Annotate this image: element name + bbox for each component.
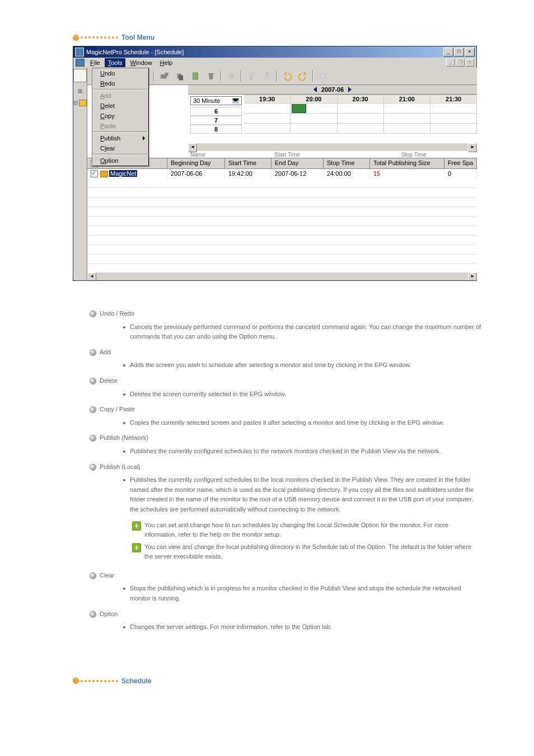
list-scrollbar[interactable]: ◄ ► (87, 273, 477, 280)
menu-file[interactable]: File (87, 58, 104, 67)
toolbar-copy-icon[interactable] (172, 69, 187, 83)
mdi-close-button[interactable]: × (465, 59, 474, 67)
row-stop: 24:00:00 (324, 169, 370, 179)
row-end: 2007-06-12 (271, 169, 324, 179)
epg-row-8[interactable]: 8 (190, 125, 242, 134)
left-sidebar: ⊞ ⊟ (73, 68, 87, 280)
epg-cell[interactable] (291, 114, 337, 124)
menu-clear[interactable]: Clear (92, 143, 148, 153)
text-delete: Deletes the screen currently selected in… (123, 389, 481, 400)
menu-help[interactable]: Help (157, 58, 176, 67)
epg-cell[interactable] (384, 104, 430, 114)
scroll-right-icon[interactable]: ► (468, 273, 477, 280)
text-undo: Cancels the previously performed command… (123, 322, 481, 342)
epg-date-nav: 2007-06 (188, 85, 477, 95)
sidebar-icon-1[interactable] (73, 69, 87, 82)
epg-footer-labels: Name Start Time Stop Time (188, 152, 477, 158)
tree-node-root[interactable]: ⊞ (78, 88, 82, 94)
epg-cell[interactable] (244, 114, 291, 124)
menu-delete[interactable]: Delet (92, 101, 148, 111)
menu-option[interactable]: Option (92, 156, 148, 166)
menu-undo[interactable]: Undo (92, 68, 148, 78)
epg-clip[interactable] (292, 104, 306, 113)
titlebar[interactable]: MagicNetPro Schedule - [Schedule] _ □ × (73, 46, 476, 58)
epg-next-icon[interactable] (348, 87, 352, 92)
tree-node-child[interactable]: ⊟ (73, 100, 87, 106)
dropdown-arrow-icon (232, 98, 239, 104)
menu-redo[interactable]: Redo (92, 78, 148, 88)
text-option: Changes the server settings. For more in… (123, 622, 481, 632)
doc-content: Undo / Redo Cancels the previously perfo… (90, 309, 481, 632)
bullet-icon (90, 311, 96, 317)
table-row[interactable]: MagicNet 2007-06-06 19:42:00 2007-06-12 … (87, 169, 477, 179)
svg-rect-9 (249, 73, 255, 77)
epg-cell[interactable] (338, 114, 384, 124)
menu-window[interactable]: Window (127, 58, 155, 67)
scroll-left-icon[interactable]: ◄ (188, 143, 197, 152)
col-end[interactable]: End Day (271, 158, 324, 168)
row-begin: 2007-06-06 (167, 169, 225, 179)
epg-row-7[interactable]: 7 (190, 116, 242, 125)
epg-prev-icon[interactable] (313, 87, 317, 92)
menu-paste[interactable]: Paste (92, 121, 148, 131)
epg-date-label: 2007-06 (321, 86, 344, 93)
epg-scrollbar[interactable]: ◄ ► (188, 143, 477, 151)
epg-cell[interactable] (430, 104, 477, 114)
col-start[interactable]: Start Time (225, 158, 271, 168)
mdi-icon[interactable] (76, 59, 85, 67)
toolbar-info-icon[interactable]: i (316, 69, 330, 83)
epg-cell[interactable] (338, 124, 384, 134)
maximize-button[interactable]: □ (454, 48, 464, 57)
toolbar-net-up-icon[interactable] (260, 69, 274, 83)
bullet-icon (90, 349, 96, 356)
toolbar-undo-icon[interactable] (280, 69, 294, 83)
menu-copy[interactable]: Copy (92, 111, 148, 121)
epg-cell[interactable] (384, 124, 430, 134)
epg-row-6[interactable]: 6 (190, 107, 242, 116)
col-size[interactable]: Total Publishing Size (370, 158, 444, 168)
close-button[interactable]: × (465, 48, 475, 57)
epg-interval-dropdown[interactable]: 30 Minute (190, 96, 242, 105)
menu-add[interactable]: Add (92, 91, 148, 101)
bullet-icon (90, 464, 96, 471)
row-free: 0 (444, 169, 477, 179)
svg-point-8 (231, 76, 232, 77)
col-begin[interactable]: Beginning Day (167, 158, 225, 168)
epg-cell[interactable] (244, 104, 291, 114)
toolbar-redo-icon[interactable] (296, 69, 310, 83)
toolbar-add-icon[interactable] (157, 69, 171, 83)
toolbar-paste-icon[interactable] (188, 69, 203, 83)
heading-pubnet: Publish (Network) (100, 434, 148, 441)
scroll-left-icon[interactable]: ◄ (87, 273, 96, 280)
menu-publish[interactable]: Publish (92, 133, 148, 143)
text-pubnet: Publishes the currently configured sched… (123, 447, 481, 457)
epg-cell[interactable] (338, 104, 384, 114)
toolbar-trash-icon[interactable] (204, 69, 218, 83)
scroll-right-icon[interactable]: ► (468, 143, 477, 152)
menu-tools[interactable]: Tools (105, 58, 126, 67)
toolbar-net-down-icon[interactable] (244, 69, 259, 83)
plus-icon: + (132, 522, 141, 530)
epg-cell[interactable] (430, 114, 477, 124)
epg-cell[interactable] (291, 124, 337, 134)
epg-cell[interactable] (291, 104, 337, 114)
heading-option: Option (100, 611, 118, 617)
epg-cell[interactable] (244, 124, 291, 134)
row-size: 15 (370, 169, 444, 179)
checkbox-icon[interactable] (91, 170, 98, 177)
epg-time-h4: 21:00 (384, 95, 430, 104)
section-title: Tool Menu (121, 34, 154, 41)
col-stop[interactable]: Stop Time (324, 158, 370, 168)
minimize-button[interactable]: _ (443, 48, 453, 57)
heading-publocal: Publish (Local) (100, 463, 140, 470)
heading-copy: Copy / Paste (100, 406, 135, 412)
mdi-restore-button[interactable]: ❐ (456, 59, 465, 67)
list-area: Monitor Beginning Day Start Time End Day… (87, 158, 477, 280)
col-free[interactable]: Free Spa (444, 158, 477, 168)
epg-time-h3: 20:30 (338, 95, 384, 104)
mdi-minimize-button[interactable]: _ (446, 59, 455, 67)
text-add: Adds the screen you wish to schedule aft… (123, 360, 481, 370)
toolbar-gear-icon[interactable] (224, 69, 238, 83)
epg-cell[interactable] (430, 124, 477, 134)
epg-cell[interactable] (384, 114, 430, 124)
